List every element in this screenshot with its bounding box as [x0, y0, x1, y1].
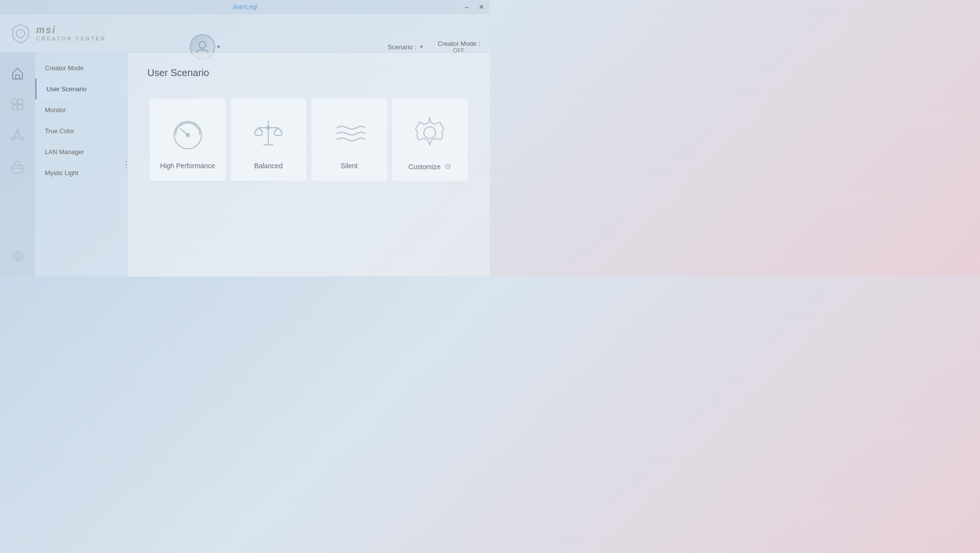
silent-card[interactable]: Silent	[311, 98, 388, 181]
svg-line-28	[259, 128, 262, 132]
waves-icon	[330, 113, 369, 152]
creator-center-label: CREATOR CENTER	[36, 36, 106, 41]
sub-sidebar: Creator Mode User Scenario Monitor True …	[35, 53, 128, 276]
creator-mode-label: Creator Mode :	[438, 40, 480, 47]
customize-card[interactable]: Customize ⚙	[392, 98, 469, 181]
sidebar-toolbox-icon[interactable]	[7, 156, 28, 178]
svg-line-12	[15, 137, 16, 138]
gear-large-icon	[410, 113, 449, 152]
svg-point-32	[424, 127, 436, 138]
msi-brand-text: msi	[36, 24, 106, 36]
sidebar	[0, 53, 35, 276]
customize-label: Customize	[408, 163, 440, 171]
svg-point-26	[267, 126, 270, 129]
svg-point-9	[12, 137, 15, 140]
balanced-label: Balanced	[254, 162, 282, 170]
svg-rect-4	[12, 105, 17, 110]
nav-item-lan-manager[interactable]: LAN Manager	[35, 141, 128, 162]
nav-item-creator-mode[interactable]: Creator Mode	[35, 58, 128, 79]
svg-point-7	[16, 130, 19, 133]
high-performance-label: High Performance	[160, 162, 215, 170]
balanced-card[interactable]: Balanced	[230, 98, 307, 181]
main-content: User Scenario High Perf	[128, 53, 490, 276]
nav-item-user-scenario[interactable]: User Scenario	[35, 79, 128, 99]
svg-rect-1	[16, 75, 20, 79]
scales-icon	[249, 113, 288, 152]
page-title: User Scenario	[147, 67, 470, 79]
svg-line-29	[274, 128, 278, 132]
svg-point-6	[15, 133, 20, 138]
username-label: JeanLegi	[232, 3, 258, 10]
sidebar-network-icon[interactable]	[7, 125, 28, 146]
svg-rect-3	[18, 99, 23, 104]
close-button[interactable]: ✕	[477, 2, 486, 11]
header: msi CREATOR CENTER ▾ Scenario : ▾ Creato…	[0, 14, 490, 53]
nav-item-monitor[interactable]: Monitor	[35, 99, 128, 120]
scenario-dropdown-button[interactable]: ▾	[420, 43, 423, 50]
scenario-area: Scenario : ▾	[388, 43, 423, 51]
avatar-dropdown-button[interactable]: ▾	[217, 43, 220, 50]
msi-logo-icon	[10, 22, 31, 44]
sidebar-home-icon[interactable]	[7, 62, 28, 84]
logo-area: msi CREATOR CENTER	[10, 22, 106, 44]
window-controls: – ✕	[462, 2, 486, 11]
creator-mode-area: Creator Mode : OFF	[438, 40, 480, 54]
minimize-button[interactable]: –	[462, 2, 471, 11]
customize-gear-icon[interactable]: ⚙	[444, 162, 451, 171]
svg-line-27	[255, 128, 259, 132]
svg-line-30	[278, 128, 282, 132]
svg-point-23	[186, 134, 189, 137]
nav-item-true-color[interactable]: True Color	[35, 120, 128, 141]
speedometer-icon	[168, 113, 207, 152]
drag-handle	[125, 161, 127, 168]
title-bar: JeanLegi – ✕	[0, 0, 490, 14]
svg-point-15	[16, 254, 20, 258]
svg-point-0	[199, 41, 206, 48]
sidebar-settings-icon[interactable]	[7, 245, 28, 267]
logo-text: msi CREATOR CENTER	[36, 24, 106, 41]
svg-point-8	[20, 137, 23, 140]
high-performance-card[interactable]: High Performance	[149, 98, 226, 181]
customize-label-area: Customize ⚙	[408, 162, 451, 171]
silent-label: Silent	[340, 162, 358, 170]
svg-rect-2	[12, 99, 17, 104]
scenario-label: Scenario :	[388, 43, 417, 51]
svg-line-11	[20, 137, 20, 138]
scenario-cards: High Performance	[147, 98, 470, 181]
svg-rect-13	[12, 165, 23, 173]
sidebar-grid-icon[interactable]	[7, 94, 28, 115]
svg-rect-5	[18, 105, 23, 110]
nav-item-mystic-light[interactable]: Mystic Light	[35, 162, 128, 183]
